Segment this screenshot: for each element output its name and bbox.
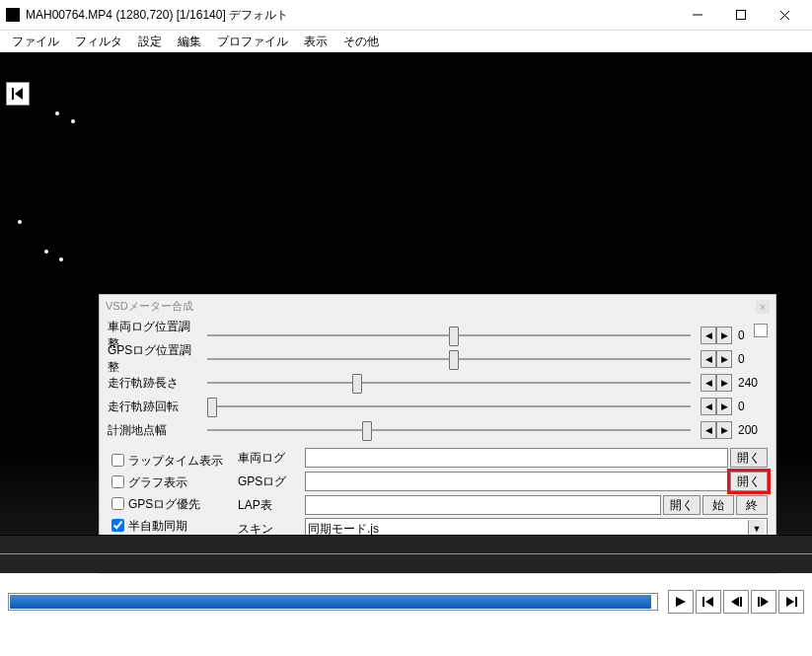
lap-end-button[interactable]: 終	[736, 495, 768, 515]
checkbox-column: ラップタイム表示グラフ表示GPSログ優先半自動同期	[108, 448, 226, 538]
slider-row-4: 計測地点幅◀▶200	[108, 418, 768, 442]
maximize-button[interactable]	[719, 1, 763, 30]
slider-track[interactable]	[207, 429, 691, 431]
minimize-icon	[693, 10, 702, 20]
vehicle-log-label: 車両ログ	[238, 450, 305, 467]
skip-to-start-button[interactable]	[6, 82, 30, 106]
checkbox-3[interactable]: 半自動同期	[108, 516, 226, 535]
prev-icon	[701, 596, 715, 608]
slider-thumb[interactable]	[352, 374, 362, 394]
step-fwd-icon	[757, 596, 771, 608]
svg-marker-13	[786, 597, 794, 607]
slider-value: 0	[738, 400, 768, 413]
minimize-button[interactable]	[676, 1, 719, 30]
gps-log-row: GPSログ 開く	[238, 470, 768, 493]
transport-bar	[0, 573, 812, 630]
slider-label: 走行軌跡回転	[108, 399, 201, 415]
slider-stepper: ◀▶	[701, 421, 732, 439]
lap-start-button[interactable]: 始	[702, 495, 734, 515]
menu-file[interactable]: ファイル	[4, 32, 67, 52]
menu-other[interactable]: その他	[335, 32, 387, 52]
vehicle-log-input[interactable]	[305, 448, 728, 468]
slider-thumb[interactable]	[449, 350, 459, 370]
stepper-left[interactable]: ◀	[701, 398, 716, 415]
vsd-meter-panel: VSDメーター合成 × 車両ログ位置調整◀▶0GPSログ位置調整◀▶0走行軌跡長…	[99, 294, 776, 573]
close-button[interactable]	[763, 1, 806, 30]
vehicle-log-open-button[interactable]: 開く	[730, 448, 768, 468]
video-pixel	[55, 111, 59, 115]
video-pixel	[18, 220, 22, 224]
timeline-strip[interactable]	[0, 535, 812, 573]
progress-bar[interactable]	[8, 593, 658, 611]
titlebar: MAH00764.MP4 (1280,720) [1/16140] デフォルト	[0, 0, 812, 31]
panel-corner-checkbox[interactable]	[754, 324, 768, 337]
slider-row-2: 走行軌跡長さ◀▶240	[108, 371, 768, 395]
stepper-right[interactable]: ▶	[716, 350, 732, 368]
svg-marker-9	[731, 597, 739, 607]
progress-fill	[10, 595, 651, 609]
menu-settings[interactable]: 設定	[130, 32, 170, 52]
menu-profile[interactable]: プロファイル	[209, 32, 296, 52]
slider-row-3: 走行軌跡回転◀▶0	[108, 395, 768, 418]
play-icon	[675, 596, 687, 608]
menu-filter[interactable]: フィルタ	[67, 32, 130, 52]
svg-rect-1	[737, 11, 746, 20]
stepper-right[interactable]: ▶	[716, 374, 732, 392]
slider-thumb[interactable]	[207, 398, 217, 417]
step-back-icon	[729, 596, 743, 608]
slider-thumb[interactable]	[362, 421, 372, 441]
lap-open-button[interactable]: 開く	[663, 495, 701, 515]
stepper-right[interactable]: ▶	[716, 398, 732, 415]
slider-value: 240	[738, 376, 768, 390]
menu-view[interactable]: 表示	[296, 32, 335, 52]
slider-thumb[interactable]	[449, 327, 459, 346]
slider-track[interactable]	[207, 405, 691, 407]
checkbox-2[interactable]: GPSログ優先	[108, 494, 226, 513]
menu-edit[interactable]: 編集	[170, 32, 209, 52]
lap-table-label: LAP表	[238, 497, 305, 514]
video-pixel	[59, 257, 63, 261]
timeline-line	[0, 553, 812, 554]
step-fwd-button[interactable]	[751, 590, 776, 614]
checkbox-input[interactable]	[111, 475, 124, 488]
slider-track[interactable]	[207, 334, 691, 336]
vehicle-log-row: 車両ログ 開く	[238, 446, 768, 470]
next-button[interactable]	[778, 590, 804, 614]
stepper-left[interactable]: ◀	[701, 327, 716, 344]
gps-log-input[interactable]	[305, 472, 728, 491]
next-icon	[784, 596, 798, 608]
checkbox-input[interactable]	[111, 497, 124, 510]
step-back-button[interactable]	[723, 590, 749, 614]
svg-marker-8	[705, 597, 713, 607]
stepper-right[interactable]: ▶	[716, 421, 732, 439]
checkbox-input[interactable]	[111, 454, 124, 467]
prev-button[interactable]	[696, 590, 721, 614]
svg-marker-12	[761, 597, 769, 607]
checkbox-0[interactable]: ラップタイム表示	[108, 451, 226, 470]
slider-stepper: ◀▶	[701, 374, 732, 392]
checkbox-1[interactable]: グラフ表示	[108, 473, 226, 491]
stepper-left[interactable]: ◀	[701, 350, 716, 368]
slider-stepper: ◀▶	[701, 327, 732, 344]
skip-start-icon	[11, 87, 25, 101]
stepper-left[interactable]: ◀	[701, 421, 716, 439]
slider-track[interactable]	[207, 382, 691, 384]
video-pixel	[71, 119, 75, 123]
lap-table-row: LAP表 開く 始 終	[238, 493, 768, 517]
play-button[interactable]	[668, 590, 694, 614]
checkbox-input[interactable]	[111, 519, 124, 532]
svg-marker-5	[15, 88, 23, 100]
panel-titlebar[interactable]: VSDメーター合成 ×	[100, 295, 775, 318]
panel-title-text: VSDメーター合成	[106, 299, 193, 314]
stepper-left[interactable]: ◀	[701, 374, 716, 392]
svg-marker-6	[676, 597, 686, 607]
slider-stepper: ◀▶	[701, 398, 732, 415]
slider-track[interactable]	[207, 358, 691, 360]
gps-log-open-button[interactable]: 開く	[730, 472, 768, 491]
panel-close-button[interactable]: ×	[756, 300, 770, 314]
window-title: MAH00764.MP4 (1280,720) [1/16140] デフォルト	[26, 7, 288, 24]
lap-table-input[interactable]	[305, 495, 661, 515]
video-viewport: VSDメーター合成 × 車両ログ位置調整◀▶0GPSログ位置調整◀▶0走行軌跡長…	[0, 52, 812, 535]
slider-label: GPSログ位置調整	[108, 342, 201, 376]
stepper-right[interactable]: ▶	[716, 327, 732, 344]
